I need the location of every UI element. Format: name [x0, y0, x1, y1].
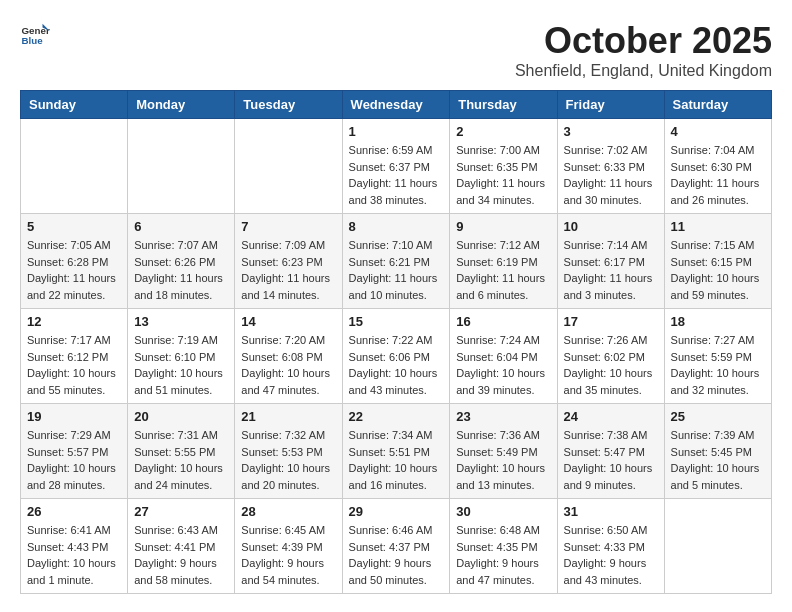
day-number: 21	[241, 409, 335, 424]
location-title: Shenfield, England, United Kingdom	[515, 62, 772, 80]
day-info: Sunrise: 7:04 AM Sunset: 6:30 PM Dayligh…	[671, 142, 765, 208]
calendar-cell: 7Sunrise: 7:09 AM Sunset: 6:23 PM Daylig…	[235, 214, 342, 309]
day-number: 18	[671, 314, 765, 329]
day-info: Sunrise: 7:15 AM Sunset: 6:15 PM Dayligh…	[671, 237, 765, 303]
day-number: 28	[241, 504, 335, 519]
day-number: 23	[456, 409, 550, 424]
day-number: 31	[564, 504, 658, 519]
svg-text:Blue: Blue	[22, 35, 44, 46]
day-info: Sunrise: 7:09 AM Sunset: 6:23 PM Dayligh…	[241, 237, 335, 303]
calendar-cell	[235, 119, 342, 214]
day-info: Sunrise: 6:41 AM Sunset: 4:43 PM Dayligh…	[27, 522, 121, 588]
calendar-cell: 1Sunrise: 6:59 AM Sunset: 6:37 PM Daylig…	[342, 119, 450, 214]
calendar-cell: 2Sunrise: 7:00 AM Sunset: 6:35 PM Daylig…	[450, 119, 557, 214]
calendar-cell: 23Sunrise: 7:36 AM Sunset: 5:49 PM Dayli…	[450, 404, 557, 499]
calendar-cell: 24Sunrise: 7:38 AM Sunset: 5:47 PM Dayli…	[557, 404, 664, 499]
calendar-week-row: 1Sunrise: 6:59 AM Sunset: 6:37 PM Daylig…	[21, 119, 772, 214]
calendar-cell	[128, 119, 235, 214]
calendar-cell: 18Sunrise: 7:27 AM Sunset: 5:59 PM Dayli…	[664, 309, 771, 404]
calendar-week-row: 5Sunrise: 7:05 AM Sunset: 6:28 PM Daylig…	[21, 214, 772, 309]
day-number: 9	[456, 219, 550, 234]
day-number: 12	[27, 314, 121, 329]
day-number: 16	[456, 314, 550, 329]
day-info: Sunrise: 7:26 AM Sunset: 6:02 PM Dayligh…	[564, 332, 658, 398]
day-number: 13	[134, 314, 228, 329]
month-title: October 2025	[515, 20, 772, 62]
day-info: Sunrise: 7:34 AM Sunset: 5:51 PM Dayligh…	[349, 427, 444, 493]
day-number: 6	[134, 219, 228, 234]
day-info: Sunrise: 6:59 AM Sunset: 6:37 PM Dayligh…	[349, 142, 444, 208]
day-number: 7	[241, 219, 335, 234]
day-info: Sunrise: 7:05 AM Sunset: 6:28 PM Dayligh…	[27, 237, 121, 303]
day-number: 24	[564, 409, 658, 424]
day-info: Sunrise: 7:07 AM Sunset: 6:26 PM Dayligh…	[134, 237, 228, 303]
weekday-header: Wednesday	[342, 91, 450, 119]
day-info: Sunrise: 6:43 AM Sunset: 4:41 PM Dayligh…	[134, 522, 228, 588]
day-info: Sunrise: 7:10 AM Sunset: 6:21 PM Dayligh…	[349, 237, 444, 303]
calendar-cell: 22Sunrise: 7:34 AM Sunset: 5:51 PM Dayli…	[342, 404, 450, 499]
day-number: 8	[349, 219, 444, 234]
calendar-cell: 26Sunrise: 6:41 AM Sunset: 4:43 PM Dayli…	[21, 499, 128, 594]
day-info: Sunrise: 7:24 AM Sunset: 6:04 PM Dayligh…	[456, 332, 550, 398]
day-info: Sunrise: 7:00 AM Sunset: 6:35 PM Dayligh…	[456, 142, 550, 208]
day-info: Sunrise: 7:29 AM Sunset: 5:57 PM Dayligh…	[27, 427, 121, 493]
calendar-cell: 6Sunrise: 7:07 AM Sunset: 6:26 PM Daylig…	[128, 214, 235, 309]
calendar-header-row: SundayMondayTuesdayWednesdayThursdayFrid…	[21, 91, 772, 119]
calendar-cell: 3Sunrise: 7:02 AM Sunset: 6:33 PM Daylig…	[557, 119, 664, 214]
day-info: Sunrise: 7:20 AM Sunset: 6:08 PM Dayligh…	[241, 332, 335, 398]
calendar-cell: 20Sunrise: 7:31 AM Sunset: 5:55 PM Dayli…	[128, 404, 235, 499]
calendar-cell: 17Sunrise: 7:26 AM Sunset: 6:02 PM Dayli…	[557, 309, 664, 404]
calendar-cell: 29Sunrise: 6:46 AM Sunset: 4:37 PM Dayli…	[342, 499, 450, 594]
day-number: 2	[456, 124, 550, 139]
day-info: Sunrise: 6:46 AM Sunset: 4:37 PM Dayligh…	[349, 522, 444, 588]
day-info: Sunrise: 6:45 AM Sunset: 4:39 PM Dayligh…	[241, 522, 335, 588]
page-header: General Blue October 2025 Shenfield, Eng…	[20, 20, 772, 80]
calendar-cell: 9Sunrise: 7:12 AM Sunset: 6:19 PM Daylig…	[450, 214, 557, 309]
day-number: 11	[671, 219, 765, 234]
day-number: 1	[349, 124, 444, 139]
calendar-cell: 11Sunrise: 7:15 AM Sunset: 6:15 PM Dayli…	[664, 214, 771, 309]
calendar-cell: 25Sunrise: 7:39 AM Sunset: 5:45 PM Dayli…	[664, 404, 771, 499]
calendar-cell	[664, 499, 771, 594]
day-number: 27	[134, 504, 228, 519]
day-number: 20	[134, 409, 228, 424]
day-info: Sunrise: 7:12 AM Sunset: 6:19 PM Dayligh…	[456, 237, 550, 303]
calendar-cell: 12Sunrise: 7:17 AM Sunset: 6:12 PM Dayli…	[21, 309, 128, 404]
day-info: Sunrise: 7:22 AM Sunset: 6:06 PM Dayligh…	[349, 332, 444, 398]
calendar-cell: 21Sunrise: 7:32 AM Sunset: 5:53 PM Dayli…	[235, 404, 342, 499]
day-number: 29	[349, 504, 444, 519]
day-number: 25	[671, 409, 765, 424]
calendar-cell: 30Sunrise: 6:48 AM Sunset: 4:35 PM Dayli…	[450, 499, 557, 594]
logo-icon: General Blue	[20, 20, 50, 50]
day-number: 15	[349, 314, 444, 329]
weekday-header: Thursday	[450, 91, 557, 119]
day-number: 22	[349, 409, 444, 424]
calendar-cell: 19Sunrise: 7:29 AM Sunset: 5:57 PM Dayli…	[21, 404, 128, 499]
day-info: Sunrise: 7:31 AM Sunset: 5:55 PM Dayligh…	[134, 427, 228, 493]
day-info: Sunrise: 7:39 AM Sunset: 5:45 PM Dayligh…	[671, 427, 765, 493]
weekday-header: Friday	[557, 91, 664, 119]
day-number: 17	[564, 314, 658, 329]
svg-text:General: General	[22, 25, 51, 36]
calendar-cell: 10Sunrise: 7:14 AM Sunset: 6:17 PM Dayli…	[557, 214, 664, 309]
weekday-header: Monday	[128, 91, 235, 119]
calendar-cell: 8Sunrise: 7:10 AM Sunset: 6:21 PM Daylig…	[342, 214, 450, 309]
day-number: 10	[564, 219, 658, 234]
calendar-week-row: 12Sunrise: 7:17 AM Sunset: 6:12 PM Dayli…	[21, 309, 772, 404]
calendar-cell: 14Sunrise: 7:20 AM Sunset: 6:08 PM Dayli…	[235, 309, 342, 404]
calendar-cell: 27Sunrise: 6:43 AM Sunset: 4:41 PM Dayli…	[128, 499, 235, 594]
weekday-header: Tuesday	[235, 91, 342, 119]
day-info: Sunrise: 6:48 AM Sunset: 4:35 PM Dayligh…	[456, 522, 550, 588]
day-number: 3	[564, 124, 658, 139]
calendar-cell	[21, 119, 128, 214]
day-info: Sunrise: 7:02 AM Sunset: 6:33 PM Dayligh…	[564, 142, 658, 208]
day-info: Sunrise: 7:38 AM Sunset: 5:47 PM Dayligh…	[564, 427, 658, 493]
calendar-week-row: 19Sunrise: 7:29 AM Sunset: 5:57 PM Dayli…	[21, 404, 772, 499]
title-area: October 2025 Shenfield, England, United …	[515, 20, 772, 80]
day-number: 30	[456, 504, 550, 519]
calendar-week-row: 26Sunrise: 6:41 AM Sunset: 4:43 PM Dayli…	[21, 499, 772, 594]
day-number: 5	[27, 219, 121, 234]
day-number: 4	[671, 124, 765, 139]
day-number: 19	[27, 409, 121, 424]
calendar-cell: 16Sunrise: 7:24 AM Sunset: 6:04 PM Dayli…	[450, 309, 557, 404]
